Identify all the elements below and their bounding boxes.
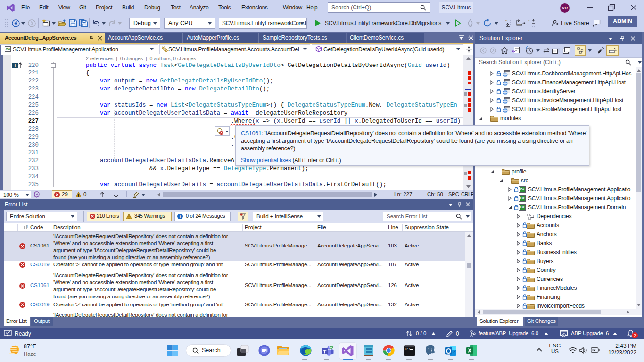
svg-text:“: “ [528, 19, 530, 24]
